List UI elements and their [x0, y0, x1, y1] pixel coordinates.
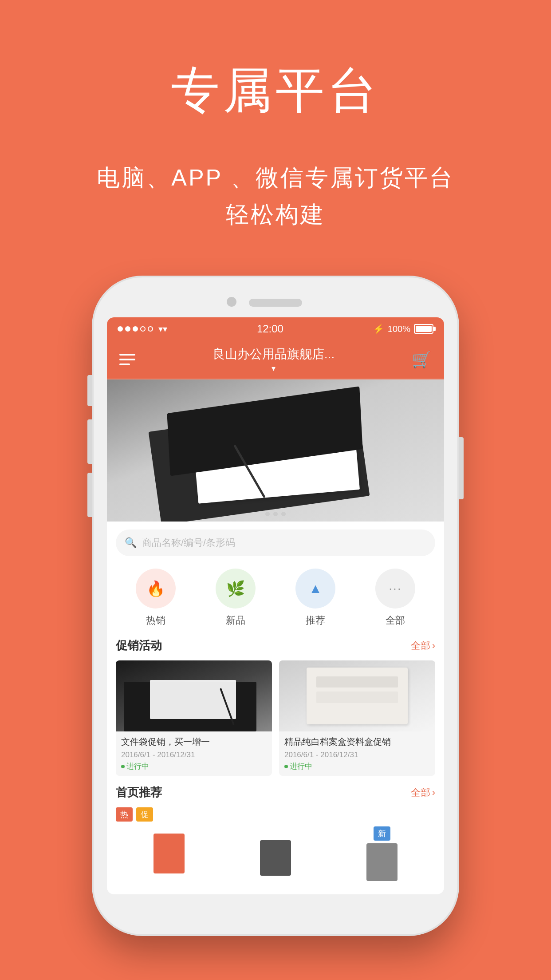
- dropdown-arrow-icon: ▾: [272, 364, 276, 373]
- battery-icon: [414, 324, 433, 334]
- promotions-section: 促销活动 全部 ›: [107, 638, 444, 785]
- volume-mute-button: [87, 375, 92, 406]
- signal-dot-2: [125, 326, 130, 332]
- hot-icon: 🔥: [146, 580, 165, 597]
- category-hot-circle: 🔥: [136, 569, 176, 609]
- promo-status-text-2: 进行中: [290, 761, 312, 771]
- search-placeholder: 商品名称/编号/条形码: [142, 536, 235, 549]
- promotions-header: 促销活动 全部 ›: [116, 638, 435, 653]
- category-hot-label: 热销: [146, 614, 165, 627]
- promotions-more-arrow: ›: [432, 640, 435, 652]
- product-tags: 热 促: [116, 807, 435, 822]
- status-right: ⚡ 100%: [373, 324, 433, 334]
- volume-up-button: [87, 419, 92, 464]
- promotions-title: 促销活动: [116, 638, 162, 653]
- battery-fill: [416, 326, 432, 332]
- promotions-more-label: 全部: [411, 639, 430, 652]
- status-bar: ▾▾ 12:00 ⚡ 100%: [107, 317, 444, 340]
- menu-line-2: [119, 359, 135, 360]
- promotions-grid: 文件袋促销，买一增一 2016/6/1 - 2016/12/31 进行中: [116, 660, 435, 776]
- category-hot[interactable]: 🔥 热销: [136, 569, 176, 627]
- status-time: 12:00: [257, 323, 283, 335]
- product-img-1: [153, 834, 185, 873]
- phone-screen: ▾▾ 12:00 ⚡ 100%: [107, 317, 444, 894]
- triangle-icon: ▲: [309, 581, 322, 596]
- leaf-icon: 🌿: [226, 580, 245, 597]
- battery-percentage: 100%: [388, 324, 410, 334]
- product-item-2[interactable]: [222, 831, 329, 885]
- promo-date-2: 2016/6/1 - 2016/12/31: [284, 751, 358, 759]
- signal-dot-3: [133, 326, 138, 332]
- store-title[interactable]: 良山办公用品旗舰店... ▾: [213, 346, 335, 373]
- nav-bar: 良山办公用品旗舰店... ▾ 🛒: [107, 340, 444, 379]
- wifi-icon: ▾▾: [158, 324, 167, 334]
- header-subtitle: 电脑、APP 、微信专属订货平台 轻松构建: [97, 159, 454, 233]
- category-all-circle: ···: [375, 569, 415, 609]
- promo-status-2: 进行中: [284, 761, 312, 771]
- banner-dot-3: [281, 512, 286, 516]
- recommendations-header: 首页推荐 全部 ›: [116, 785, 435, 800]
- category-rec[interactable]: ▲ 推荐: [295, 569, 335, 627]
- tag-new-bottom: 新: [374, 826, 390, 841]
- promotions-more-button[interactable]: 全部 ›: [411, 639, 435, 652]
- menu-icon[interactable]: [119, 354, 135, 365]
- store-name: 良山办公用品旗舰店...: [213, 346, 335, 363]
- tag-hot: 热: [116, 807, 133, 822]
- category-new[interactable]: 🌿 新品: [216, 569, 256, 627]
- category-rec-circle: ▲: [295, 569, 335, 609]
- recommendations-section: 首页推荐 全部 › 热 促: [107, 785, 444, 885]
- recommendations-more-label: 全部: [411, 786, 430, 799]
- product-item-1[interactable]: [116, 827, 222, 880]
- more-icon: ···: [389, 581, 401, 596]
- signal-dot-1: [118, 326, 123, 332]
- phone-mockup: ▾▾ 12:00 ⚡ 100%: [94, 277, 457, 934]
- category-all[interactable]: ··· 全部: [375, 569, 415, 627]
- category-all-label: 全部: [386, 614, 405, 627]
- product-img-2: [260, 840, 291, 876]
- promo-name-1: 文件袋促销，买一增一: [121, 736, 267, 748]
- page-wrapper: 专属平台 电脑、APP 、微信专属订货平台 轻松构建: [0, 0, 551, 980]
- subtitle-line2: 轻松构建: [97, 196, 454, 233]
- signal-dot-4: [140, 326, 146, 332]
- promo-date-row-1: 2016/6/1 - 2016/12/31: [121, 751, 267, 759]
- status-left: ▾▾: [118, 324, 167, 334]
- phone-speaker: [249, 299, 302, 307]
- notebook-sim: [141, 390, 410, 511]
- promo-img-1: [116, 660, 272, 731]
- product-img-3: [366, 843, 398, 881]
- phone-camera: [227, 297, 236, 307]
- menu-line-3: [119, 364, 130, 365]
- promo-info-1: 文件袋促销，买一增一 2016/6/1 - 2016/12/31 进行中: [116, 731, 272, 776]
- product-item-3[interactable]: 新: [329, 827, 435, 880]
- status-dot-2: [284, 765, 288, 768]
- category-new-label: 新品: [226, 614, 245, 627]
- promo-card-2[interactable]: 精品纯白档案盒资料盒促销 2016/6/1 - 2016/12/31 进行中: [279, 660, 435, 776]
- product-list: 新: [116, 827, 435, 885]
- recommendations-more-arrow: ›: [432, 787, 435, 798]
- power-button: [459, 437, 464, 499]
- banner-indicators: [265, 512, 286, 516]
- promo-img-2: [279, 660, 435, 731]
- promo-status-text-1: 进行中: [126, 761, 149, 771]
- recommendations-more-button[interactable]: 全部 ›: [411, 786, 435, 799]
- promo-info-2: 精品纯白档案盒资料盒促销 2016/6/1 - 2016/12/31 进行中: [279, 731, 435, 776]
- tag-promo: 促: [136, 807, 153, 822]
- promo-status-row-2: 进行中: [284, 761, 430, 771]
- signal-dot-5: [148, 326, 153, 332]
- banner-dot-1: [265, 512, 270, 516]
- promo-card-1[interactable]: 文件袋促销，买一增一 2016/6/1 - 2016/12/31 进行中: [116, 660, 272, 776]
- promo-status-row-1: 进行中: [121, 761, 267, 771]
- lightning-icon: ⚡: [373, 324, 384, 334]
- menu-line-1: [119, 354, 135, 356]
- cart-icon[interactable]: 🛒: [412, 350, 432, 369]
- promo-name-2: 精品纯白档案盒资料盒促销: [284, 736, 430, 748]
- banner[interactable]: [107, 379, 444, 522]
- search-icon: 🔍: [125, 537, 137, 549]
- category-row: 🔥 热销 🌿 新品 ▲ 推荐: [107, 564, 444, 638]
- signal-dots: [118, 326, 153, 332]
- banner-dot-2: [273, 512, 278, 516]
- category-new-circle: 🌿: [216, 569, 256, 609]
- category-rec-label: 推荐: [306, 614, 325, 627]
- promo-date-1: 2016/6/1 - 2016/12/31: [121, 751, 195, 759]
- search-bar[interactable]: 🔍 商品名称/编号/条形码: [116, 530, 435, 556]
